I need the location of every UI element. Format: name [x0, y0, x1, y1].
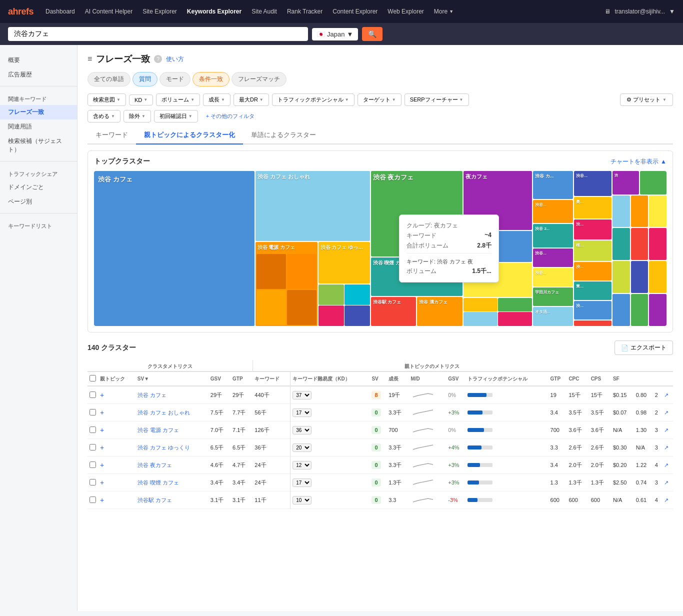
- sidebar-item-phrase-match[interactable]: フレーズ一致: [0, 105, 77, 120]
- row-topic-1[interactable]: 渋谷 カフェ おしゃれ: [136, 404, 208, 422]
- sidebar-item-ad-history[interactable]: 広告履歴: [0, 68, 77, 82]
- filter-search-intent[interactable]: 検索意図: [88, 94, 126, 106]
- treemap-cell-eki[interactable]: 渋谷駅 カフェ: [371, 297, 416, 326]
- row-kd-select-0[interactable]: 37: [290, 386, 370, 404]
- treemap-sc10[interactable]: [612, 294, 630, 326]
- treemap-rc1-3[interactable]: 渋谷 2...: [533, 224, 573, 248]
- row-kd-select-4[interactable]: 12: [290, 456, 370, 474]
- row-kd-select-5[interactable]: 17: [290, 474, 370, 492]
- nav-site-explorer[interactable]: Site Explorer: [138, 6, 181, 17]
- user-dropdown-icon[interactable]: ▼: [669, 8, 675, 15]
- filter-growth[interactable]: 成長: [203, 94, 230, 106]
- filter-serp-features[interactable]: SERPフィーチャー: [404, 94, 469, 106]
- nav-site-audit[interactable]: Site Audit: [248, 6, 281, 17]
- filter-max-dr[interactable]: 最大DR: [234, 94, 269, 106]
- row-kd-select-2[interactable]: 36: [290, 422, 370, 439]
- row-chart-icon-1[interactable]: ↗: [662, 404, 673, 422]
- row-chart-icon-5[interactable]: ↗: [662, 474, 673, 492]
- row-add-1[interactable]: +: [98, 404, 136, 422]
- treemap-rc2-8[interactable]: [574, 320, 612, 326]
- row-kd-select-3[interactable]: 20: [290, 439, 370, 456]
- row-add-6[interactable]: +: [98, 492, 136, 509]
- sidebar-item-related-terms[interactable]: 関連用語: [0, 120, 77, 134]
- treemap-sc8[interactable]: [631, 261, 648, 293]
- row-chart-icon-2[interactable]: ↗: [662, 422, 673, 439]
- row-checkbox-0[interactable]: [88, 386, 98, 404]
- row-topic-6[interactable]: 渋谷駅 カフェ: [136, 492, 208, 509]
- nav-web-explorer[interactable]: Web Explorer: [384, 6, 428, 17]
- sub-tab-word-cluster[interactable]: 単語によるクラスター: [243, 126, 324, 144]
- treemap-rc1-6[interactable]: 宇田川カフェ: [533, 288, 573, 306]
- search-country-selector[interactable]: 🇯🇵 Japan ▼: [312, 28, 358, 40]
- treemap-cell-oshare[interactable]: 渋谷 カフェ おしゃれ: [256, 171, 370, 241]
- row-checkbox-6[interactable]: [88, 492, 98, 509]
- chart-toggle[interactable]: チャートを非表示 ▲: [610, 158, 666, 166]
- row-add-4[interactable]: +: [98, 456, 136, 474]
- row-topic-2[interactable]: 渋谷 電源 カフェ: [136, 422, 208, 439]
- treemap-sc5[interactable]: [631, 228, 648, 260]
- treemap-cell-dengen[interactable]: 渋谷 電源 カフェ: [256, 242, 318, 326]
- row-kd-select-1[interactable]: 17: [290, 404, 370, 422]
- nav-dashboard[interactable]: Dashboard: [42, 6, 79, 17]
- treemap-rc1-7[interactable]: オタ活...: [533, 307, 573, 326]
- treemap-sc3[interactable]: [649, 196, 666, 228]
- treemap-cell-yukkuri[interactable]: 渋谷 カフェ ゆっくり: [318, 242, 370, 284]
- filter-traffic-potential[interactable]: トラフィックポテンシャル: [272, 94, 354, 106]
- tab-all-words[interactable]: 全ての単語: [88, 72, 130, 86]
- search-input[interactable]: [8, 27, 308, 41]
- row-checkbox-2[interactable]: [88, 422, 98, 439]
- treemap-rc1-1[interactable]: 渋谷 カ...: [533, 171, 573, 199]
- sidebar-item-overview[interactable]: 概要: [0, 53, 77, 68]
- row-add-5[interactable]: +: [98, 474, 136, 492]
- row-topic-3[interactable]: 渋谷 カフェ ゆっくり: [136, 439, 208, 456]
- tab-condition-match[interactable]: 条件一致: [192, 72, 230, 86]
- row-checkbox-1[interactable]: [88, 404, 98, 422]
- treemap-rc2-5[interactable]: 渋...: [574, 262, 612, 280]
- treemap-sc7[interactable]: [612, 261, 630, 293]
- select-all-checkbox[interactable]: [90, 375, 96, 382]
- treemap-cell-shibuya-cafe[interactable]: 渋谷 カフェ: [94, 171, 254, 326]
- filter-exclude[interactable]: 除外: [124, 110, 151, 122]
- tab-question[interactable]: 質問: [132, 72, 158, 86]
- treemap-rc2-3[interactable]: 渋...: [574, 220, 612, 240]
- sidebar-item-search-suggest[interactable]: 検索候補（サジェスト）: [0, 134, 77, 157]
- nav-content-explorer[interactable]: Content Explorer: [328, 6, 382, 17]
- row-chart-icon-0[interactable]: ↗: [662, 386, 673, 404]
- nav-keywords-explorer[interactable]: Keywords Explorer: [183, 6, 246, 17]
- treemap-rc2-7[interactable]: 渋...: [574, 301, 612, 320]
- help-icon[interactable]: ?: [154, 55, 162, 63]
- row-topic-0[interactable]: 渋谷 カフェ: [136, 386, 208, 404]
- treemap-rc1-5[interactable]: 渋谷...: [533, 268, 573, 286]
- row-checkbox-3[interactable]: [88, 439, 98, 456]
- filter-first-seen[interactable]: 初回確認日: [154, 110, 198, 122]
- sidebar-item-by-domain[interactable]: ドメインごと: [0, 180, 77, 194]
- row-checkbox-5[interactable]: [88, 474, 98, 492]
- row-add-2[interactable]: +: [98, 422, 136, 439]
- row-checkbox-4[interactable]: [88, 456, 98, 474]
- th-sv[interactable]: SV▼: [136, 372, 208, 386]
- tab-mode[interactable]: モード: [160, 72, 190, 86]
- filter-volume[interactable]: ボリューム: [156, 94, 200, 106]
- treemap-sc11[interactable]: [631, 294, 648, 326]
- preset-button[interactable]: ⚙ プリセット: [620, 94, 673, 106]
- row-add-0[interactable]: +: [98, 386, 136, 404]
- more-filters-link[interactable]: + その他のフィルタ: [201, 110, 260, 122]
- row-topic-5[interactable]: 渋谷 喫煙 カフェ: [136, 474, 208, 492]
- treemap-sc4[interactable]: [612, 228, 630, 260]
- filter-kd[interactable]: KD: [129, 94, 153, 106]
- treemap-rc2-6[interactable]: 東...: [574, 282, 612, 300]
- filter-target[interactable]: ターゲット: [358, 94, 402, 106]
- treemap-rc2-1[interactable]: 渋谷...: [574, 171, 612, 196]
- row-topic-4[interactable]: 渋谷 夜カフェ: [136, 456, 208, 474]
- treemap-rc1-2[interactable]: 渋谷...: [533, 200, 573, 224]
- sub-tab-keyword[interactable]: キーワード: [88, 126, 136, 144]
- row-kd-select-6[interactable]: 10: [290, 492, 370, 509]
- export-button[interactable]: 📄 エクスポート: [614, 340, 673, 355]
- filter-include[interactable]: 含める: [88, 110, 120, 122]
- treemap-rc3-r1-2[interactable]: [640, 171, 666, 194]
- treemap-rc3-r1-1[interactable]: 渋: [612, 171, 639, 194]
- row-chart-icon-3[interactable]: ↗: [662, 439, 673, 456]
- nav-ai-content[interactable]: AI Content Helper: [81, 6, 136, 17]
- nav-user[interactable]: translator@sijihiv...: [614, 8, 665, 15]
- search-button[interactable]: 🔍: [362, 27, 382, 41]
